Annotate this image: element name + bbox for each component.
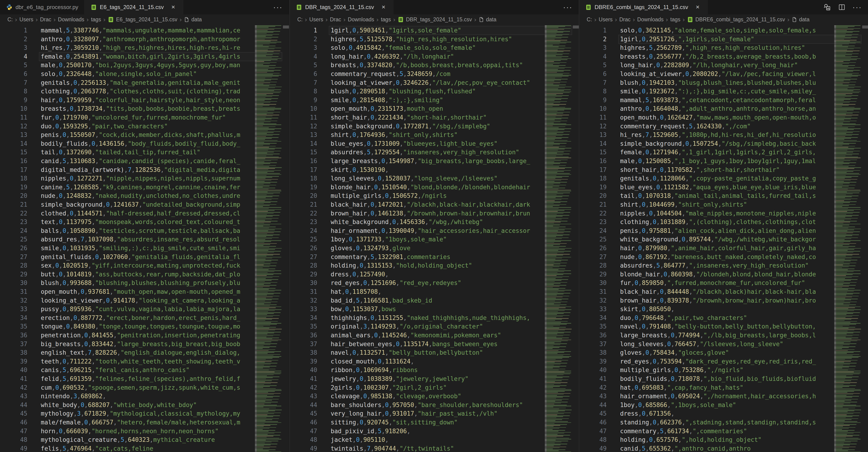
code-line[interactable]: smile,0,1923672,":),:},big_smile,c:,cute…	[620, 87, 833, 96]
code-line[interactable]: brown_hair,0,839378,"/brownh,bronw_hair,…	[620, 296, 833, 305]
code-line[interactable]: nintendo,3,689862,	[41, 392, 254, 401]
code-line[interactable]: female,0,1271946,",1_girl,1girl,1girls,2…	[620, 148, 833, 157]
breadcrumb-item[interactable]: C:	[297, 17, 303, 23]
code-line[interactable]: anthro,0,1664048,",adult_anthro,anhtro,a…	[620, 104, 833, 113]
code-line[interactable]: highres,5,2562789,",high_res,high_resolu…	[620, 43, 833, 52]
code-line[interactable]: bad_id,5,1166581,bad_skeb_id	[331, 296, 544, 305]
code-line[interactable]: bow,0,1153037,bows	[331, 305, 544, 314]
code-line[interactable]: open_mouth,0,937681,"mouth_open,maw,open…	[41, 288, 254, 296]
code-line[interactable]: large_breasts,0,1549987,"big_breasts,lar…	[331, 157, 544, 166]
code-line[interactable]: hat,0,695083,",cap,fancy_hat,hats"	[620, 383, 833, 392]
code-line[interactable]: looking_at_viewer,0,914178,"looking_at_c…	[41, 296, 254, 305]
code-line[interactable]: clothed,0,1144571,"half-dressed,half_dre…	[41, 209, 254, 218]
code-line[interactable]: breasts,0,1738734,"tits,boob,boobs,boobi…	[41, 104, 254, 113]
code-line[interactable]: short_hair,0,1170582,",short-hair,shorth…	[620, 166, 833, 174]
code-line[interactable]: blonde_hair,0,1510540,"blond,blonde,/blo…	[331, 183, 544, 192]
code-line[interactable]: bare_shoulders,0,957050,"bare_shoulder,b…	[331, 401, 544, 410]
code-line[interactable]: red_eyes,0,1251696,"red_eye,redeyes"	[331, 279, 544, 288]
code-line[interactable]: commentary_request,5,3248659,/com	[331, 70, 544, 78]
breadcrumb-item[interactable]: Downloads	[348, 17, 374, 23]
code-line[interactable]: penis,0,975881,"alien_cock,alien_dick,al…	[620, 227, 833, 235]
editor-pane[interactable]: 1234567891011121314151617181920212223242…	[579, 25, 868, 452]
code-line[interactable]: skirt,0,1530190,	[331, 166, 544, 174]
code-line[interactable]: tongue,0,849380,"tonge,tounge,tongues,to…	[41, 322, 254, 331]
code-line[interactable]: shirt,0,1044699,"shirt_only,shirts"	[620, 200, 833, 209]
code-line[interactable]: hi_res,7,3059210,"high_res,highres,hires…	[41, 43, 254, 52]
code-line[interactable]: skirt,0,805050,	[620, 305, 833, 314]
close-icon[interactable]: ✕	[380, 3, 387, 11]
breadcrumb-item[interactable]: DBR_tags_2024_11_15.csv	[398, 17, 472, 23]
code-line[interactable]: red_eyes,0,753594,"dark_red_eyes,red_eye…	[620, 357, 833, 366]
code-line[interactable]: hair,0,879980,",anime_hair,colorful_hair…	[620, 244, 833, 253]
code-line[interactable]: anthro,0,3328097,"anthromorph,anthropomo…	[41, 35, 254, 44]
code-line[interactable]: tail,0,1070318,"animal_tail,animal_tails…	[620, 192, 833, 200]
code-line[interactable]: penetration,0,841455,"penitration,insert…	[41, 331, 254, 340]
code-line[interactable]: clothing,0,1031889,",(clothing),clothes,…	[620, 218, 833, 227]
code-line[interactable]: white_body,0,688207,"whtie_body,white_bd…	[41, 401, 254, 410]
code-line[interactable]: ribbon,0,1069694,ribbons	[331, 366, 544, 375]
code-line[interactable]: jacket,0,905110,	[331, 435, 544, 444]
preview-icon[interactable]	[824, 3, 831, 11]
code-line[interactable]: looking_at_viewer,0,3246226,"/lav,/pec,p…	[331, 78, 544, 87]
breadcrumb-item[interactable]: C:	[7, 17, 13, 23]
breadcrumb-item[interactable]: Drac	[330, 17, 341, 23]
code-line[interactable]: thighhighs,0,1151255,"naked_thighhighs,n…	[331, 314, 544, 322]
code-line[interactable]: commentary,5,661734,",commentaries"	[620, 427, 833, 436]
code-line[interactable]: closed_mouth,0,1131624,	[331, 357, 544, 366]
breadcrumb-item[interactable]: E6_tags_2024_11_15.csv	[108, 17, 177, 23]
code-line[interactable]: large_breasts,0,774994,",/lb,big_breasts…	[620, 331, 833, 340]
breadcrumb-item[interactable]: Drac	[619, 17, 631, 23]
editor-pane[interactable]: 1234567891011121314151617181920212223242…	[0, 25, 289, 452]
minimap[interactable]	[834, 25, 862, 452]
code-line[interactable]: fur,0,859850,",furred,monochrome_fur,unc…	[620, 279, 833, 288]
tab-dbr_e6_tag_processor.py[interactable]: dbr_e6_tag_processor.py	[0, 0, 85, 14]
code-line[interactable]: black_hair,0,844448,"/blackh,black)hair,…	[620, 288, 833, 296]
code-line[interactable]: balls,0,1058890,"testicles,scrotum,testi…	[41, 227, 254, 235]
code-line[interactable]: sex,0,1020519,"yiff,intercourse,mating,u…	[41, 261, 254, 270]
code-line[interactable]: male/female,0,666757,"hetero,female/male…	[41, 418, 254, 427]
code-line[interactable]: standing,0,662376,",stadning,stand,stand…	[620, 418, 833, 427]
code-line[interactable]: hi_res,7,1529605,",1080p,hd,hi-res,hi_de…	[620, 131, 833, 139]
code-line[interactable]: hair_between_eyes,0,1135174,bangs_betwee…	[331, 340, 544, 349]
code-line[interactable]: canis,5,696215,"feral_canis,anthro_canis…	[41, 366, 254, 375]
code-line[interactable]: mammal,5,1693873,",cetancodont,cetancodo…	[620, 96, 833, 105]
code-line[interactable]: navel,0,1132571,"belly_button,bellybutto…	[331, 349, 544, 357]
code-line[interactable]: black_hair,0,1472021,"/blackh,black-hair…	[331, 200, 544, 209]
code-line[interactable]: jewelry,0,1038389,"jewelery,jewellery"	[331, 375, 544, 383]
code-line[interactable]: canid,5,1310683,"canidae,candid_(species…	[41, 157, 254, 166]
code-line[interactable]: white_background,0,895744,"/wbg,/whitebg…	[620, 235, 833, 244]
minimap[interactable]	[544, 25, 572, 452]
code-line[interactable]: mammal,5,3387746,"mammals,ungulate,mamma…	[41, 26, 254, 35]
code-line[interactable]: smile,0,2815408,":),:},smiling"	[331, 96, 544, 105]
code-line[interactable]: solo,0,2326448,"alone,single,solo_in_pan…	[41, 70, 254, 78]
code-line[interactable]: duo,0,796648,",pair,two_characters"	[620, 314, 833, 322]
breadcrumb-item[interactable]: data	[184, 17, 202, 23]
breadcrumb-item[interactable]: data	[792, 17, 810, 23]
code-line[interactable]: holding,0,1315153,"hold,holding_object"	[331, 261, 544, 270]
code-line[interactable]: bad_pixiv_id,5,918206,	[331, 427, 544, 436]
code-line[interactable]: felid,5,691359,"felines,feline_(species)…	[41, 375, 254, 383]
code-line[interactable]: dress,0,671356,	[620, 409, 833, 418]
code-line[interactable]: blush,0,993688,"blushing,blushes,blushin…	[41, 279, 254, 288]
tab-E6_tags_2024_11_15.csv[interactable]: E6_tags_2024_11_15.csv✕	[85, 0, 183, 14]
code-line[interactable]: white_background,0,1456336,"/wbg,/whiteb…	[331, 218, 544, 227]
code-line[interactable]: hair,0,1759959,"colorful_hair,hairstyle,…	[41, 96, 254, 105]
code-line[interactable]: canine,5,1268585,"k9,canines,mongrel,can…	[41, 183, 254, 192]
code-line[interactable]: gloves,0,758434,"gloces,glove"	[620, 349, 833, 357]
breadcrumb-item[interactable]: Downloads	[637, 17, 663, 23]
code-line[interactable]: pussy,0,895936,"cunt,vulva,vagina,labia,…	[41, 305, 254, 314]
code-line[interactable]: navel,0,791408,"belly-button,belly_butto…	[620, 322, 833, 331]
code-line[interactable]: shirt,0,1764936,"shirt_only,shirts"	[331, 131, 544, 139]
breadcrumb-item[interactable]: Downloads	[58, 17, 84, 23]
code-line[interactable]: blonde_hair,0,860398,"/blondeh,blond,blo…	[620, 270, 833, 279]
tab-DBRE6_combi_tags_2024_11_15.csv[interactable]: DBRE6_combi_tags_2024_11_15.csv✕	[579, 0, 708, 14]
code-line[interactable]: commentary,5,1322981,commentaries	[331, 253, 544, 262]
breadcrumb-item[interactable]: tags	[91, 17, 101, 23]
code-line[interactable]: felis,5,476964,"cat,cats,feline	[41, 444, 254, 452]
vertical-scrollbar[interactable]	[862, 25, 868, 452]
code-line[interactable]: blush,0,1942103,"blusg,blush_lines,blush…	[620, 78, 833, 87]
code-line[interactable]: absurdres,5,1729554,"insaneres,very_high…	[331, 148, 544, 157]
code-line[interactable]: digital_media_(artwork),7,1282536,"digit…	[41, 166, 254, 174]
code-line[interactable]: erection,0,887772,"erect,boner,hardon,er…	[41, 314, 254, 322]
code-line[interactable]: original,3,1149293,"/o,original_characte…	[331, 322, 544, 331]
